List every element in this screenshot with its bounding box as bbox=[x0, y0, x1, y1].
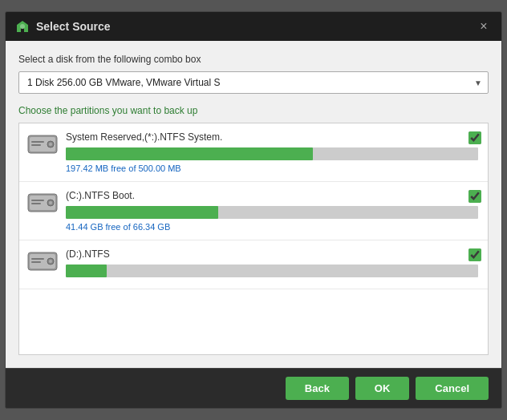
partition-free-space: 41.44 GB free of 66.34 GB bbox=[66, 222, 478, 232]
app-icon bbox=[15, 19, 30, 34]
select-source-dialog: Select Source × Select a disk from the f… bbox=[5, 11, 502, 409]
ok-button[interactable]: OK bbox=[355, 377, 410, 400]
svg-point-16 bbox=[49, 260, 52, 263]
partition-usage-fill bbox=[66, 265, 107, 277]
disk-combo-wrapper: 1 Disk 256.00 GB VMware, VMware Virtual … bbox=[18, 71, 489, 94]
partition-details: (D:).NTFS bbox=[66, 248, 478, 281]
svg-point-10 bbox=[49, 201, 52, 204]
partition-checkbox[interactable] bbox=[468, 248, 481, 261]
partition-name: System Reserved,(*:).NTFS System. bbox=[66, 131, 478, 143]
disk-combo[interactable]: 1 Disk 256.00 GB VMware, VMware Virtual … bbox=[18, 71, 489, 94]
list-item: System Reserved,(*:).NTFS System.197.42 … bbox=[19, 123, 488, 182]
partition-usage-fill bbox=[66, 147, 313, 160]
partition-name: (D:).NTFS bbox=[66, 248, 478, 260]
back-button[interactable]: Back bbox=[286, 377, 349, 400]
cancel-button[interactable]: Cancel bbox=[416, 377, 489, 400]
hdd-icon bbox=[27, 131, 58, 159]
partition-details: System Reserved,(*:).NTFS System.197.42 … bbox=[66, 131, 478, 173]
svg-rect-6 bbox=[31, 144, 41, 146]
partition-checkbox[interactable] bbox=[468, 190, 481, 203]
partition-details: (C:).NTFS Boot.41.44 GB free of 66.34 GB bbox=[66, 190, 478, 232]
partitions-label: Choose the partitions you want to back u… bbox=[18, 105, 489, 116]
partition-name: (C:).NTFS Boot. bbox=[66, 190, 478, 201]
partition-usage-fill bbox=[66, 206, 218, 219]
partition-usage-bar bbox=[66, 147, 478, 160]
disk-combo-label: Select a disk from the following combo b… bbox=[18, 54, 489, 65]
svg-rect-18 bbox=[31, 261, 41, 263]
hdd-icon bbox=[27, 248, 58, 276]
hdd-svg bbox=[27, 131, 58, 155]
list-item: (C:).NTFS Boot.41.44 GB free of 66.34 GB bbox=[19, 182, 488, 240]
list-item: (D:).NTFS bbox=[19, 240, 488, 289]
dialog-title: Select Source bbox=[36, 20, 469, 33]
titlebar: Select Source × bbox=[6, 12, 501, 41]
svg-rect-17 bbox=[31, 258, 44, 260]
partition-usage-bar bbox=[66, 206, 478, 219]
partition-checkbox[interactable] bbox=[468, 131, 481, 144]
dialog-content: Select a disk from the following combo b… bbox=[6, 41, 501, 368]
partition-usage-bar bbox=[66, 265, 478, 277]
svg-rect-11 bbox=[31, 200, 44, 201]
close-button[interactable]: × bbox=[476, 18, 492, 34]
hdd-svg bbox=[27, 248, 58, 273]
partitions-list: System Reserved,(*:).NTFS System.197.42 … bbox=[18, 123, 489, 355]
hdd-svg bbox=[27, 190, 58, 214]
svg-point-4 bbox=[49, 143, 52, 146]
svg-rect-5 bbox=[31, 141, 44, 143]
hdd-icon bbox=[27, 190, 58, 217]
partition-free-space: 197.42 MB free of 500.00 MB bbox=[66, 164, 478, 173]
svg-rect-12 bbox=[31, 203, 41, 204]
dialog-footer: Back OK Cancel bbox=[6, 368, 501, 408]
svg-point-0 bbox=[20, 24, 25, 29]
